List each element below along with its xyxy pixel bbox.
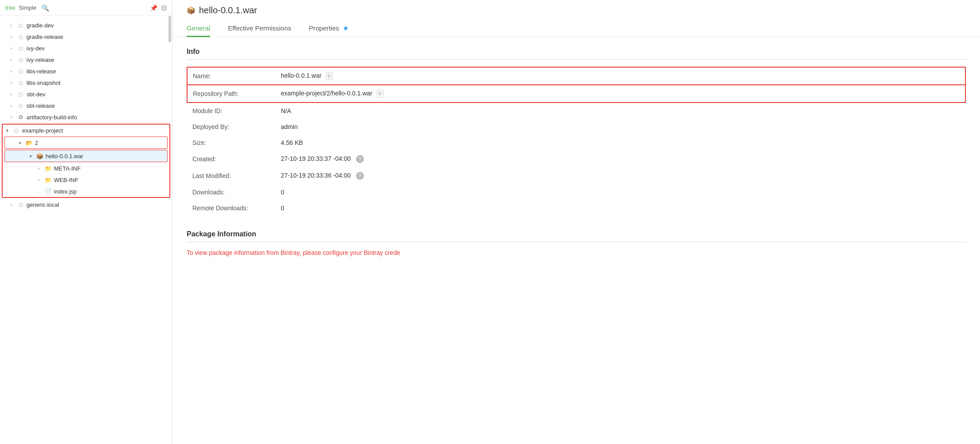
help-icon-last-modified[interactable]: ? xyxy=(356,172,364,180)
folder-icon-2: 📂 xyxy=(25,139,33,147)
tree-label-ivy-dev: ivy-dev xyxy=(27,45,45,52)
tree-label: tree xyxy=(5,4,15,11)
tree-label-sbt-release: sbt-release xyxy=(27,102,55,109)
info-value-module-id: N/A xyxy=(276,102,965,119)
tree-label-libs-release: libs-release xyxy=(27,68,56,75)
tree-item-example-project[interactable]: example-project xyxy=(3,125,169,136)
tree-label-index-jsp: index.jsp xyxy=(54,188,77,195)
artifact-title-icon: 📦 xyxy=(187,6,195,15)
repo-icon-gradle-dev xyxy=(17,21,25,29)
info-label-module-id: Module ID: xyxy=(187,102,276,119)
tree-item-web-inf[interactable]: 📁 WEB-INF xyxy=(3,174,169,186)
help-icon-created[interactable]: ? xyxy=(356,155,364,163)
package-info-section: Package Information To view package info… xyxy=(187,230,966,256)
tree-item-artifactory-build-info[interactable]: ⊙ artifactory-build-info xyxy=(0,111,172,123)
info-label-size: Size: xyxy=(187,135,276,151)
right-header: 📦 hello-0.0.1.war General Effective Perm… xyxy=(172,0,980,37)
tree-item-gradle-dev[interactable]: gradle-dev xyxy=(0,19,172,31)
pin-icon[interactable]: 📌 xyxy=(150,4,157,11)
tree-label-sbt-dev: sbt-dev xyxy=(27,91,46,98)
info-value-repo-path: example-project/2/hello-0.0.1.war ⎘ xyxy=(276,85,965,102)
chevron-gradle-dev xyxy=(11,23,17,28)
chevron-ivy-release xyxy=(11,57,17,62)
info-row-deployed-by: Deployed By: admin xyxy=(187,119,965,135)
tree-item-meta-inf[interactable]: 📁 META-INF xyxy=(3,163,169,174)
copy-icon-name[interactable]: ⎘ xyxy=(326,72,333,80)
tree-item-ivy-release[interactable]: ivy-release xyxy=(0,54,172,65)
info-row-module-id: Module ID: N/A xyxy=(187,102,965,119)
info-row-name: Name: hello-0.0.1.war ⎘ xyxy=(187,67,965,85)
info-value-created: 27-10-19 20:33:37 -04:00 ? xyxy=(276,151,965,167)
repo-icon-libs-snapshot xyxy=(17,79,25,87)
tree-label-hello-war: hello-0.0.1.war xyxy=(46,153,83,159)
repo-icon-sbt-release xyxy=(17,102,25,110)
folder-icon-web-inf: 📁 xyxy=(44,176,52,184)
chevron-index-jsp xyxy=(38,189,44,194)
info-label-created: Created: xyxy=(187,151,276,167)
chevron-hello-war xyxy=(30,154,36,159)
right-panel: 📦 hello-0.0.1.war General Effective Perm… xyxy=(172,0,980,444)
search-icon[interactable]: 🔍 xyxy=(42,4,49,11)
chevron-generic-local xyxy=(11,202,17,207)
tree-label-web-inf: WEB-INF xyxy=(54,177,78,183)
tree-item-folder-2[interactable]: 📂 2 xyxy=(5,137,167,148)
left-panel: tree Simple 🔍 📌 ⊟ gradle-dev gradle-rele… xyxy=(0,0,172,444)
repo-icon-artifactory-build-info: ⊙ xyxy=(17,113,25,121)
tab-properties[interactable]: Properties ★ xyxy=(309,21,348,37)
repo-icon-gradle-release xyxy=(17,33,25,41)
info-value-deployed-by: admin xyxy=(276,119,965,135)
tree-item-ivy-dev[interactable]: ivy-dev xyxy=(0,42,172,54)
chevron-libs-release xyxy=(11,69,17,74)
repo-icon-ivy-dev xyxy=(17,44,25,52)
package-section-title: Package Information xyxy=(187,230,966,242)
repo-icon-ivy-release xyxy=(17,56,25,64)
artifact-title-text: hello-0.0.1.war xyxy=(199,5,257,15)
tree-item-sbt-dev[interactable]: sbt-dev xyxy=(0,88,172,100)
repo-icon-generic-local xyxy=(17,201,25,209)
tree-item-hello-war[interactable]: 📦 hello-0.0.1.war xyxy=(5,150,167,162)
info-label-name: Name: xyxy=(187,67,276,85)
info-value-remote-downloads: 0 xyxy=(276,200,965,216)
chevron-example-project xyxy=(6,128,12,133)
folder-icon-meta-inf: 📁 xyxy=(44,164,52,172)
tree-item-index-jsp[interactable]: 📄 index.jsp xyxy=(3,186,169,197)
chevron-sbt-dev xyxy=(11,92,17,97)
tree-item-libs-release[interactable]: libs-release xyxy=(0,65,172,77)
info-label-last-modified: Last Modified: xyxy=(187,167,276,184)
tree-item-gradle-release[interactable]: gradle-release xyxy=(0,31,172,42)
top-bar: tree Simple 🔍 📌 ⊟ xyxy=(0,0,172,16)
tab-effective-permissions[interactable]: Effective Permissions xyxy=(228,21,291,37)
topbar-right: 📌 ⊟ xyxy=(150,4,167,12)
tree-label-example-project: example-project xyxy=(22,127,63,134)
tree-label-folder-2: 2 xyxy=(35,140,38,146)
info-row-created: Created: 27-10-19 20:33:37 -04:00 ? xyxy=(187,151,965,167)
tree-label-ivy-release: ivy-release xyxy=(27,57,54,63)
info-row-repo-path: Repository Path: example-project/2/hello… xyxy=(187,85,965,102)
chevron-meta-inf xyxy=(38,166,44,171)
info-value-name: hello-0.0.1.war ⎘ xyxy=(276,67,965,85)
package-info-message: To view package information from Bintray… xyxy=(187,249,966,256)
info-label-repo-path: Repository Path: xyxy=(187,85,276,102)
chevron-folder-2 xyxy=(19,140,25,145)
chevron-artifactory-build-info xyxy=(11,115,17,120)
info-row-last-modified: Last Modified: 27-10-19 20:33:36 -04:00 … xyxy=(187,167,965,184)
info-table: Name: hello-0.0.1.war ⎘ Repository Path:… xyxy=(187,67,966,216)
repo-icon-example-project xyxy=(12,126,20,134)
archive-icon-hello-war: 📦 xyxy=(36,152,44,160)
tree-label-libs-snapshot: libs-snapshot xyxy=(27,80,61,86)
tab-general[interactable]: General xyxy=(187,21,210,37)
chevron-web-inf xyxy=(38,178,44,182)
copy-icon-repo-path[interactable]: ⎘ xyxy=(377,90,383,98)
tree-label-gradle-dev: gradle-dev xyxy=(27,22,54,29)
info-value-size: 4.56 KB xyxy=(276,135,965,151)
info-label-deployed-by: Deployed By: xyxy=(187,119,276,135)
tree-item-libs-snapshot[interactable]: libs-snapshot xyxy=(0,77,172,88)
tree-item-generic-local[interactable]: generic-local xyxy=(0,199,172,210)
info-value-last-modified: 27-10-19 20:33:36 -04:00 ? xyxy=(276,167,965,184)
content-area: Info Name: hello-0.0.1.war ⎘ Repository … xyxy=(172,37,980,267)
scrollbar[interactable] xyxy=(168,16,171,42)
chevron-ivy-dev xyxy=(11,46,17,51)
tree-label-artifactory-build-info: artifactory-build-info xyxy=(27,114,77,121)
tree-item-sbt-release[interactable]: sbt-release xyxy=(0,100,172,111)
layout-icon[interactable]: ⊟ xyxy=(161,4,167,12)
